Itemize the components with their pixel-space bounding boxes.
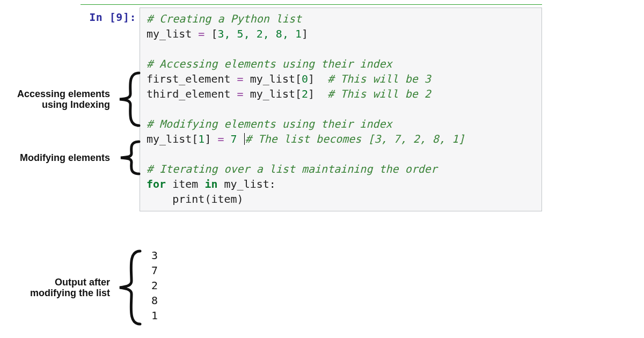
brace-icon: [112, 138, 143, 177]
annotation-label: Modifying elements: [13, 152, 110, 163]
annotation-label: Output after modifying the list: [21, 277, 110, 298]
annotation-indexing: Accessing elements using Indexing: [5, 70, 143, 129]
code-input-area[interactable]: # Creating a Python list my_list = [3, 5…: [140, 8, 542, 211]
brace-icon: [112, 70, 143, 129]
output-line: 1: [151, 308, 158, 323]
code-line: # Accessing elements using their index: [147, 56, 535, 71]
notebook-cell: In [9]: # Creating a Python list my_list…: [80, 8, 542, 211]
cell-top-border: [80, 4, 542, 5]
code-line: my_list = [3, 5, 2, 8, 1]: [147, 26, 535, 41]
output-line: 2: [151, 278, 158, 293]
code-line: third_element = my_list[2] # This will b…: [147, 86, 535, 101]
blank-line: [147, 101, 535, 116]
code-line: # Modifying elements using their index: [147, 116, 535, 131]
brace-icon: [112, 248, 145, 327]
annotation-label: Accessing elements using Indexing: [5, 89, 110, 110]
blank-line: [147, 146, 535, 161]
output-line: 8: [151, 293, 158, 308]
code-line: my_list[1] = 7 # The list becomes [3, 7,…: [147, 131, 535, 146]
cell-output: 3 7 2 8 1: [151, 248, 158, 323]
code-line: print(item): [147, 192, 535, 207]
annotation-modifying: Modifying elements: [13, 138, 143, 177]
code-line: first_element = my_list[0] # This will b…: [147, 71, 535, 86]
output-line: 7: [151, 263, 158, 278]
code-line: # Creating a Python list: [147, 11, 535, 26]
annotation-output: Output after modifying the list: [21, 248, 145, 327]
code-line: for item in my_list:: [147, 177, 535, 192]
blank-line: [147, 41, 535, 56]
output-line: 3: [151, 248, 158, 263]
code-line: # Iterating over a list maintaining the …: [147, 161, 535, 177]
text-cursor: [244, 133, 245, 145]
input-prompt-label: In [9]:: [89, 11, 136, 24]
